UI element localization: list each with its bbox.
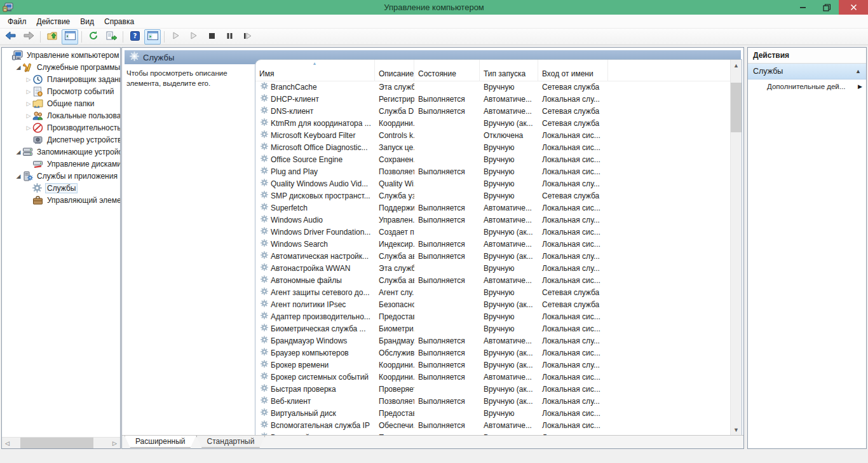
menu-item-действие[interactable]: Действие (32, 16, 76, 27)
service-row[interactable]: Браузер компьютеровОбслужив...Выполняетс… (255, 347, 731, 359)
services-vertical-scrollbar[interactable]: ▲ ▼ (730, 60, 742, 435)
tree-hscroll-track[interactable] (13, 438, 109, 448)
tree-item-8[interactable]: ◢Запоминающие устройст (2, 146, 120, 158)
service-row[interactable]: Брокер системных событийКоордини...Выпол… (255, 371, 731, 383)
service-row[interactable]: BranchCacheЭта служб...ВручнуюСетевая сл… (255, 81, 731, 93)
service-row[interactable]: DNS-клиентСлужба D...ВыполняетсяАвтомати… (255, 105, 731, 117)
tree-hscroll-thumb[interactable] (20, 438, 93, 448)
service-row[interactable]: Windows Driver Foundation...Создает п...… (255, 226, 731, 238)
service-row[interactable]: Microsoft Keyboard FilterControls k...От… (255, 129, 731, 141)
service-row[interactable]: Виртуальный дискПредостав...ВручнуюЛокал… (255, 407, 731, 419)
menu-item-справка[interactable]: Справка (99, 16, 139, 27)
tree-item-label: Производительность (45, 123, 120, 133)
close-button[interactable] (839, 0, 868, 15)
column-header-2[interactable]: Состояние (414, 60, 480, 81)
services-vscroll-thumb[interactable] (731, 83, 742, 132)
resume-service-button[interactable] (186, 29, 202, 45)
tree-collapse-icon[interactable]: ◢ (15, 173, 22, 179)
service-row[interactable]: Агент политики IPsecБезопасно...Вручную … (255, 298, 731, 310)
tree-expand-icon[interactable]: ▷ (25, 113, 32, 119)
tree-item-11[interactable]: Службы (2, 182, 120, 194)
tree-item-12[interactable]: Управляющий элемен (2, 194, 120, 206)
service-name: DHCP-клиент (271, 95, 319, 104)
tree-collapse-icon[interactable]: ◢ (15, 149, 22, 155)
tree-item-10[interactable]: ◢Службы и приложения (2, 170, 120, 182)
service-row[interactable]: Автоматическая настройк...Служба ав...Вы… (255, 250, 731, 262)
show-console-tree-button[interactable] (62, 29, 78, 45)
tree-item-1[interactable]: ◢Служебные программы (2, 61, 120, 73)
tree-horizontal-scrollbar[interactable]: ◁ ▷ (2, 437, 120, 448)
tree-collapse-icon[interactable]: ◢ (15, 64, 22, 71)
help-icon: ? (130, 31, 140, 43)
column-header-3[interactable]: Тип запуска (480, 60, 538, 81)
show-action-pane-button[interactable] (144, 29, 161, 45)
service-row[interactable]: Брандмауэр WindowsБрандмау...Выполняется… (255, 335, 731, 347)
actions-section-services[interactable]: Службы ▲ (748, 64, 866, 79)
service-row[interactable]: Брокер времениКоордини...ВыполняетсяВруч… (255, 359, 731, 371)
export-list-button[interactable] (103, 29, 119, 45)
scroll-right-arrow-icon[interactable]: ▷ (109, 440, 120, 446)
service-row[interactable]: Plug and PlayПозволяет...ВыполняетсяВруч… (255, 165, 731, 177)
service-name: Вспомогательная служба IP (271, 421, 370, 430)
service-description: Эта служб... (375, 264, 414, 273)
service-row[interactable]: Адаптер производительно...Предостав...Вр… (255, 310, 731, 322)
scroll-down-arrow-icon[interactable]: ▼ (731, 424, 742, 435)
service-row[interactable]: Быстрая проверкаПроверяет...Вручную (ак.… (255, 383, 731, 395)
tree-item-7[interactable]: Диспетчер устройств (2, 134, 120, 146)
service-status: Выполняется (414, 336, 480, 345)
scroll-left-arrow-icon[interactable]: ◁ (2, 440, 13, 446)
minimize-button[interactable] (790, 0, 815, 15)
pause-service-button[interactable] (221, 29, 238, 45)
tree-item-9[interactable]: Управление дисками (2, 158, 120, 170)
service-startup-type: Вручную (480, 409, 538, 418)
toolbar: ? (0, 29, 868, 45)
restart-service-button[interactable] (239, 29, 255, 45)
service-row[interactable]: KtmRm для координатора ...Координи...Вру… (255, 117, 731, 129)
column-header-1[interactable]: Описание (375, 60, 414, 81)
service-row[interactable]: Windows SearchИндексир...ВыполняетсяАвто… (255, 238, 731, 250)
service-row[interactable]: Биометрическая служба ...Биометри...Вруч… (255, 322, 731, 335)
tab-extended[interactable]: Расширенный (125, 436, 196, 448)
service-status: Выполняется (414, 240, 480, 249)
back-button[interactable] (3, 29, 19, 45)
service-row[interactable]: Windows AudioУправлен...ВыполняетсяАвтом… (255, 214, 731, 226)
tree-item-0[interactable]: Управление компьютером (л (2, 49, 120, 61)
tree-expand-icon[interactable]: ▷ (25, 88, 32, 95)
tree-expand-icon[interactable]: ▷ (25, 100, 32, 107)
play-disabled-icon (190, 32, 198, 41)
forward-button[interactable] (20, 29, 37, 45)
service-startup-type: Вручную (480, 167, 538, 176)
menu-item-вид[interactable]: Вид (75, 16, 99, 27)
tree-item-3[interactable]: ▷Просмотр событий (2, 85, 120, 97)
tab-standard[interactable]: Стандартный (196, 436, 266, 448)
tree-item-6[interactable]: ▷Производительность (2, 121, 120, 134)
help-button[interactable]: ? (126, 29, 143, 45)
service-row[interactable]: Автонастройка WWANЭта служб...ВручнуюЛок… (255, 262, 731, 274)
up-one-level-button[interactable] (44, 29, 60, 45)
service-row[interactable]: Quality Windows Audio Vid...Quality Wi..… (255, 177, 731, 190)
tree-item-5[interactable]: ▷Локальные пользовате (2, 109, 120, 121)
tree-expand-icon[interactable]: ▷ (25, 125, 32, 131)
menu-item-файл[interactable]: Файл (3, 16, 32, 27)
tree-item-4[interactable]: ▷Общие папки (2, 97, 120, 109)
action-item-more-actions[interactable]: Дополнительные дей...▶ (748, 79, 866, 93)
refresh-button[interactable] (85, 29, 102, 45)
service-row[interactable]: Агент защиты сетевого до...Агент слу...В… (255, 286, 731, 298)
service-row[interactable]: Веб-клиентПозволяет...ВыполняетсяВручную… (255, 395, 731, 407)
collapse-section-icon[interactable]: ▲ (855, 68, 861, 74)
service-row[interactable]: SMP дисковых пространст...Служба уз...Вр… (255, 190, 731, 202)
column-header-4[interactable]: Вход от имени (538, 60, 608, 81)
scroll-up-arrow-icon[interactable]: ▲ (731, 60, 742, 71)
service-row[interactable]: Office Source EngineСохранен...ВручнуюЛо… (255, 153, 731, 165)
tree-expand-icon[interactable]: ▷ (25, 76, 32, 83)
stop-service-button[interactable] (203, 29, 220, 45)
service-row[interactable]: Microsoft Office Diagnostic...Запуск це.… (255, 141, 731, 153)
service-row[interactable]: Вспомогательная служба IPОбеспечи...Выпо… (255, 419, 731, 431)
service-row[interactable]: SuperfetchПоддержи...ВыполняетсяАвтомати… (255, 202, 731, 214)
restore-button[interactable] (815, 0, 839, 15)
start-service-button[interactable] (168, 29, 184, 45)
service-row[interactable]: Автономные файлыСлужба ав...ВыполняетсяА… (255, 274, 731, 286)
service-row[interactable]: DHCP-клиентРегистрир...ВыполняетсяАвтома… (255, 93, 731, 105)
column-header-0[interactable]: ▲Имя (255, 60, 375, 81)
tree-item-2[interactable]: ▷Планировщик заданий (2, 73, 120, 85)
